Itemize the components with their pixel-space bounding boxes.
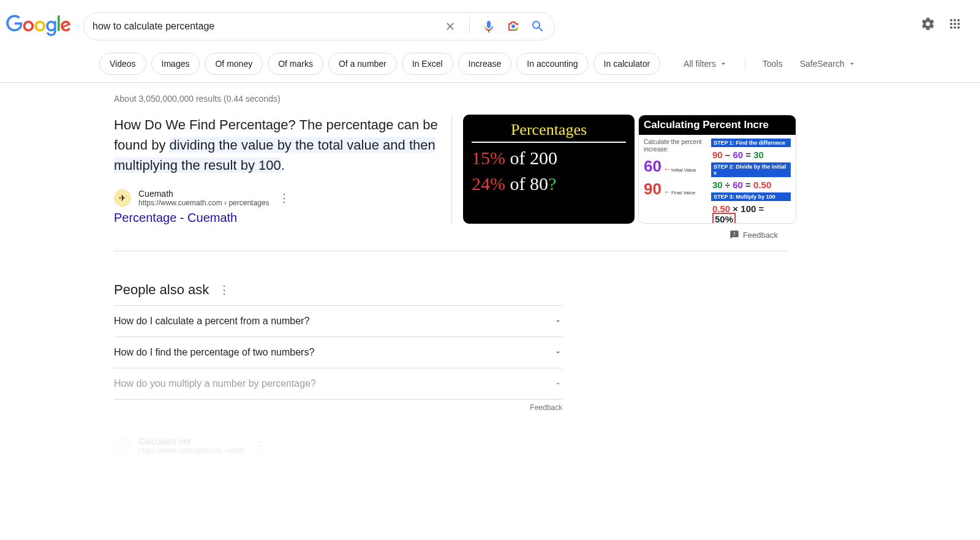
thumb2-right: STEP 1: Find the differnece 90 – 60 = 30…: [711, 139, 791, 224]
tools-row: All filters Tools SafeSearch: [684, 58, 856, 70]
s1b: 60: [733, 150, 743, 160]
upcoming-url: https://www.calculator.net › math: [138, 446, 244, 455]
thumbnail-1[interactable]: Percentages 15% of 200 24% of 80?: [463, 115, 635, 224]
safesearch[interactable]: SafeSearch: [800, 59, 856, 69]
upcoming-result: Calculator.net https://www.calculator.ne…: [114, 436, 562, 455]
upcoming-favicon: [114, 437, 131, 454]
google-logo[interactable]: [6, 15, 71, 39]
thumb1-r2-val: 80: [530, 173, 548, 194]
search-input[interactable]: [92, 21, 436, 32]
step1-eq: 90 – 60 = 30: [711, 149, 791, 161]
thumb1-r2-mid: of: [505, 173, 530, 194]
thumb2-left: Calculate the percent increase: 60 ←Init…: [644, 139, 707, 224]
people-also-ask: People also ask ⋮ How do I calculate a p…: [114, 281, 562, 400]
thumb1-row1: 15% of 200: [472, 148, 626, 169]
source-url: https://www.cuemath.com › percentages: [138, 199, 269, 207]
thumb2-initial: 60: [644, 157, 662, 176]
results-area: About 3,050,000,000 results (0.44 second…: [0, 83, 796, 455]
thumb1-r1-val: 200: [530, 148, 557, 168]
paa-q: How do I find the percentage of two numb…: [114, 347, 314, 358]
header-right: [920, 12, 980, 32]
thumbnail-2[interactable]: Calculating Percent Incre Calculate the …: [638, 115, 796, 224]
s1r: 30: [753, 150, 764, 160]
thumb1-r2-q: ?: [548, 173, 556, 194]
source-favicon: ✈: [114, 189, 131, 207]
snippet-text: How Do We Find Percentage? The percentag…: [114, 115, 440, 175]
thumb2-head: Calculating Percent Incre: [639, 115, 796, 135]
featured-left: How Do We Find Percentage? The percentag…: [114, 115, 440, 225]
tools-button[interactable]: Tools: [763, 59, 783, 69]
more-icon[interactable]: ⋮: [216, 281, 232, 299]
step1-head: STEP 1: Find the differnece: [711, 139, 791, 147]
chip-videos[interactable]: Videos: [99, 53, 146, 75]
source-row: ✈ Cuemath https://www.cuemath.com › perc…: [114, 189, 440, 207]
search-icons: [436, 18, 546, 34]
result-link[interactable]: Percentage - Cuemath: [114, 211, 237, 225]
s2r: 0.50: [753, 180, 771, 190]
apps-icon[interactable]: [947, 16, 963, 32]
step3-head: STEP 3: Multiply by 100: [711, 192, 791, 201]
feedback-icon: [729, 230, 739, 240]
chip-increase[interactable]: Increase: [458, 53, 512, 75]
svg-point-0: [511, 25, 515, 28]
paa-title: People also ask: [114, 282, 209, 298]
feedback-link[interactable]: Feedback: [743, 230, 778, 240]
search-box[interactable]: [83, 12, 555, 40]
chip-in-calculator[interactable]: In calculator: [594, 53, 660, 75]
thumb2-body: Calculate the percent increase: 60 ←Init…: [639, 135, 796, 224]
filter-chips-row: Videos Images Of money Of marks Of a num…: [0, 40, 980, 83]
paa-feedback[interactable]: Feedback: [114, 403, 562, 412]
header: [0, 0, 980, 40]
search-wrap: [83, 12, 920, 40]
s2b: 60: [733, 180, 743, 190]
more-icon[interactable]: ⋮: [252, 436, 268, 455]
thumb1-title: Percentages: [472, 121, 626, 143]
paa-item-2[interactable]: How do you multiply a number by percenta…: [114, 368, 562, 400]
thumb2-initial-lbl: Initial Value: [671, 168, 696, 173]
thumb1-row2: 24% of 80?: [472, 173, 626, 194]
arrow-icon: ←: [663, 164, 671, 173]
paa-q: How do you multiply a number by percenta…: [114, 378, 316, 389]
clear-icon[interactable]: [442, 18, 458, 34]
paa-q: How do I calculate a percent from a numb…: [114, 316, 309, 327]
chip-of-marks[interactable]: Of marks: [268, 53, 323, 75]
chip-in-accounting[interactable]: In accounting: [516, 53, 588, 75]
paa-item-0[interactable]: How do I calculate a percent from a numb…: [114, 305, 562, 337]
upcoming-name: Calculator.net: [138, 436, 244, 446]
chevron-down-icon: [848, 59, 856, 68]
chip-of-a-number[interactable]: Of a number: [328, 53, 397, 75]
featured-thumbnails: Percentages 15% of 200 24% of 80? Calcul…: [451, 115, 796, 225]
more-icon[interactable]: ⋮: [276, 189, 292, 207]
step3-eq: 0.50 × 100 = 50%: [711, 203, 791, 224]
thumb2-calc-label: Calculate the percent increase:: [644, 139, 707, 153]
s1a: 90: [712, 150, 723, 160]
source-name: Cuemath: [138, 189, 269, 199]
thumb1-r2-pct: 24%: [472, 173, 505, 194]
chip-images[interactable]: Images: [151, 53, 200, 75]
snippet-suffix: .: [281, 158, 285, 173]
mic-icon[interactable]: [481, 18, 497, 34]
step2-eq: 30 ÷ 60 = 0.50: [711, 179, 791, 191]
all-filters[interactable]: All filters: [684, 59, 728, 69]
thumb1-r1-mid: of: [505, 148, 530, 168]
chip-of-money[interactable]: Of money: [205, 53, 263, 75]
s2a: 30: [712, 180, 723, 190]
settings-icon[interactable]: [920, 16, 936, 32]
search-icon[interactable]: [530, 18, 546, 34]
chevron-down-icon: [554, 379, 562, 388]
safesearch-label: SafeSearch: [800, 59, 845, 69]
step2-head: STEP 2: Divide by the initial v: [711, 162, 791, 177]
chevron-down-icon: [719, 59, 728, 68]
feedback-row: Feedback: [114, 230, 778, 240]
source-meta: Cuemath https://www.cuemath.com › percen…: [138, 189, 269, 207]
chevron-down-icon: [554, 317, 562, 325]
paa-item-1[interactable]: How do I find the percentage of two numb…: [114, 337, 562, 368]
hline: [114, 251, 788, 251]
chip-in-excel[interactable]: In Excel: [402, 53, 453, 75]
all-filters-label: All filters: [684, 59, 716, 69]
camera-icon[interactable]: [505, 18, 521, 34]
upcoming-meta: Calculator.net https://www.calculator.ne…: [138, 436, 244, 455]
chevron-down-icon: [554, 348, 562, 357]
arrow-icon: ←: [663, 187, 671, 196]
s3r: 50%: [712, 213, 736, 224]
